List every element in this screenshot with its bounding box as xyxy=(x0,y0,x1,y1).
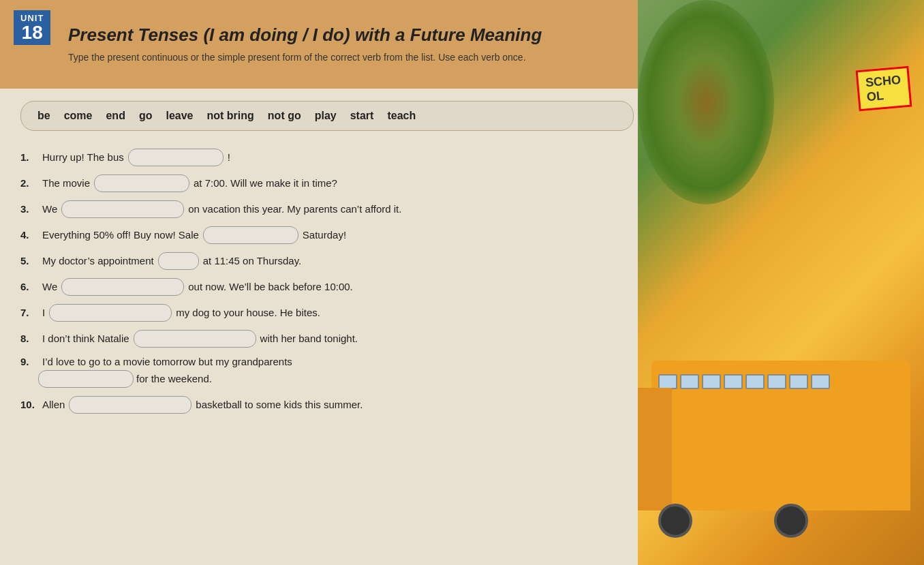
vocab-word: end xyxy=(106,110,125,122)
bus-window xyxy=(745,374,765,389)
question-text-after: my dog to your house. He bites. xyxy=(176,307,320,318)
question-text-before: The movie xyxy=(42,177,90,189)
bus-window xyxy=(702,374,721,389)
question-text-after: at 7:00. Will we make it in time? xyxy=(194,177,337,189)
tree-decoration xyxy=(638,0,774,204)
question-text-before: We xyxy=(42,203,57,215)
vocab-word: not go xyxy=(268,110,301,122)
bus-windows xyxy=(658,374,904,389)
instruction-text: Type the present continuous or the simpl… xyxy=(68,51,526,65)
question-number: 5. xyxy=(20,255,38,266)
bus-window xyxy=(811,374,830,389)
question-text-before: I xyxy=(42,307,45,318)
header: UNIT 18 Present Tenses (I am doing / I d… xyxy=(0,0,654,89)
question-text-before: Allen xyxy=(42,399,65,410)
main-content: UNIT 18 Present Tenses (I am doing / I d… xyxy=(0,0,654,565)
question-item: 10.Allenbasketball to some kids this sum… xyxy=(20,396,634,414)
answer-input-8[interactable] xyxy=(134,330,256,348)
question-item: 2.The movieat 7:00. Will we make it in t… xyxy=(20,174,634,192)
question-number: 6. xyxy=(20,281,38,292)
unit-number: 18 xyxy=(20,23,44,42)
background-scene: SCHOOL xyxy=(638,0,924,565)
answer-input-9[interactable] xyxy=(38,370,134,388)
question-text-before: Hurry up! The bus xyxy=(42,151,124,163)
question-text-after: ! xyxy=(228,151,230,163)
question-item: 3.Weon vacation this year. My parents ca… xyxy=(20,200,634,218)
bus-window xyxy=(658,374,677,389)
question-number: 3. xyxy=(20,203,38,215)
question-item: 6.Weout now. We’ll be back before 10:00. xyxy=(20,278,634,296)
answer-input-1[interactable] xyxy=(128,149,224,166)
unit-badge: UNIT 18 xyxy=(14,10,50,45)
vocab-word: leave xyxy=(166,110,193,122)
answer-input-10[interactable] xyxy=(69,396,191,414)
vocab-word: teach xyxy=(387,110,416,122)
question-number: 8. xyxy=(20,333,38,344)
bus-window xyxy=(789,374,808,389)
question-text-before: We xyxy=(42,281,57,292)
answer-input-4[interactable] xyxy=(203,226,298,244)
question-number: 9. xyxy=(20,356,38,367)
vocab-word: play xyxy=(315,110,337,122)
page-title: Present Tenses (I am doing / I do) with … xyxy=(68,24,542,47)
question-text-before: Everything 50% off! Buy now! Sale xyxy=(42,229,199,241)
question-item: 7.Imy dog to your house. He bites. xyxy=(20,304,634,322)
vocab-box: becomeendgoleavenot bringnot goplaystart… xyxy=(20,101,634,131)
question-item: 9. I’d love to go to a movie tomorrow bu… xyxy=(20,356,634,388)
question-text-after: Saturday! xyxy=(303,229,346,241)
question-number: 2. xyxy=(20,177,38,189)
school-bus xyxy=(651,361,910,510)
question-text-before: I don’t think Natalie xyxy=(42,333,129,344)
questions-area: 1.Hurry up! The bus!2.The movieat 7:00. … xyxy=(0,143,654,427)
bus-window xyxy=(767,374,786,389)
question-number: 7. xyxy=(20,307,38,318)
question-text: I’d love to go to a movie tomorrow but m… xyxy=(42,356,292,367)
question-text-after: out now. We’ll be back before 10:00. xyxy=(188,281,353,292)
question-item: 8.I don’t think Nataliewith her band ton… xyxy=(20,330,634,348)
wheel-front xyxy=(658,504,692,538)
question-item: 5.My doctor’s appointmentat 11:45 on Thu… xyxy=(20,252,634,270)
vocab-word: come xyxy=(64,110,93,122)
vocab-word: not bring xyxy=(207,110,254,122)
vocab-word: be xyxy=(37,110,50,122)
question-text-after: at 11:45 on Thursday. xyxy=(203,255,302,266)
wheel-rear xyxy=(774,504,808,538)
question-number: 1. xyxy=(20,151,38,163)
question-item: 4.Everything 50% off! Buy now! SaleSatur… xyxy=(20,226,634,244)
question-number: 10. xyxy=(20,399,38,410)
question-text-after: on vacation this year. My parents can’t … xyxy=(188,203,401,215)
answer-input-6[interactable] xyxy=(61,278,184,296)
bus-window xyxy=(680,374,699,389)
answer-input-7[interactable] xyxy=(49,304,172,322)
vocab-word: go xyxy=(139,110,153,122)
answer-input-2[interactable] xyxy=(94,174,189,192)
bus-window xyxy=(724,374,743,389)
question-item: 1.Hurry up! The bus! xyxy=(20,149,634,166)
school-sign: SCHOOL xyxy=(856,66,912,112)
question-text-after: for the weekend. xyxy=(136,373,212,384)
question-text-before: My doctor’s appointment xyxy=(42,255,154,266)
answer-input-3[interactable] xyxy=(61,200,184,218)
bus-wheels xyxy=(658,504,808,538)
question-text-after: basketball to some kids this summer. xyxy=(196,399,363,410)
bus-front xyxy=(638,388,672,510)
question-text-after: with her band tonight. xyxy=(260,333,358,344)
answer-input-5[interactable] xyxy=(158,252,199,270)
vocab-word: start xyxy=(350,110,374,122)
question-number: 4. xyxy=(20,229,38,241)
